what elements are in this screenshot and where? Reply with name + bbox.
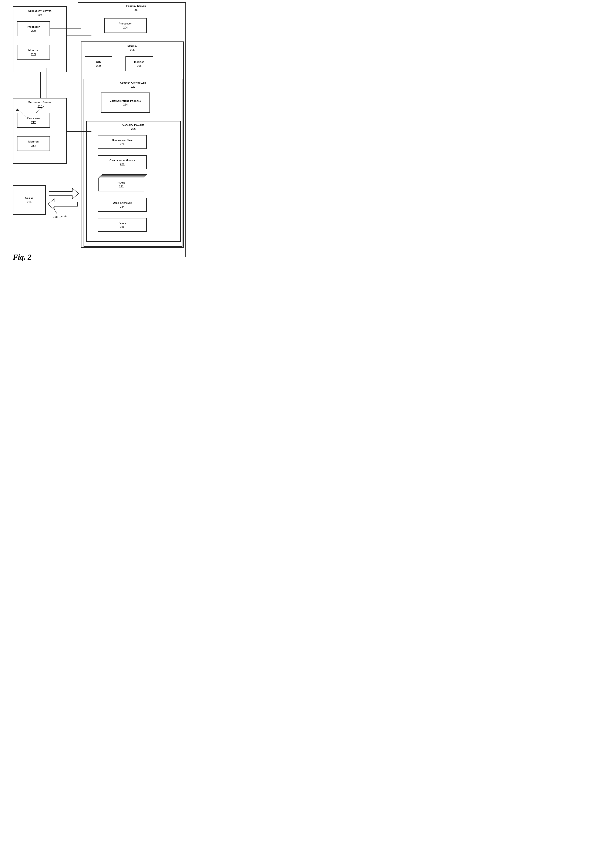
svg-marker-6 (65, 215, 67, 217)
monitor-209-box: Monitor 209 (17, 45, 50, 60)
processor-204-box: Processor 204 (104, 18, 147, 33)
communications-program-box: Communications Program 224 (101, 93, 150, 113)
secondary-server-210-box: Secondary Server 210 (13, 98, 67, 164)
svg-marker-4 (49, 188, 79, 199)
user-interface-box: User Interface 234 (98, 198, 147, 212)
diagram: Primary Server 202 Processor 204 Memory … (0, 0, 192, 268)
processor-212-box: Processor 212 (17, 113, 50, 127)
filter-box: Filter 236 (98, 218, 147, 232)
plans-box: Plans 232 (99, 178, 144, 192)
secondary-server-207-box: Secondary Server 207 (13, 6, 67, 72)
svg-marker-5 (48, 199, 78, 209)
client-214-box: Client 214 (13, 185, 46, 215)
monitor-205-box: Monitor 205 (126, 57, 153, 71)
os-220-box: O/S 220 (85, 57, 112, 71)
calculation-module-box: Calculation Module 230 (98, 155, 147, 169)
monitor-213-box: Monitor 213 (17, 136, 50, 151)
benchmark-data-box: Benchmark Data 228 (98, 135, 147, 149)
arrows-216-svg (47, 185, 80, 215)
fig-label: Fig. 2 (13, 253, 31, 262)
processor-208-box: Processor 208 (17, 21, 50, 36)
